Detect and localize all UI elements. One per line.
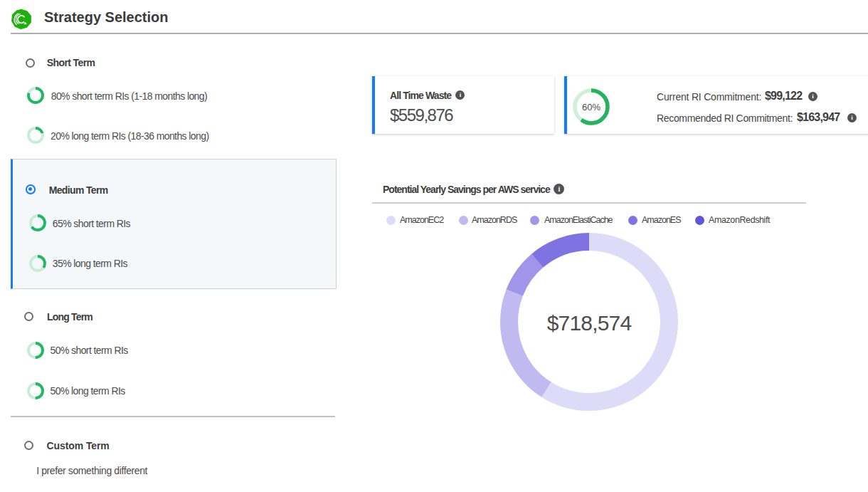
svg-text:$718,574: $718,574 (547, 311, 632, 335)
svg-text:60%: 60% (582, 102, 600, 112)
